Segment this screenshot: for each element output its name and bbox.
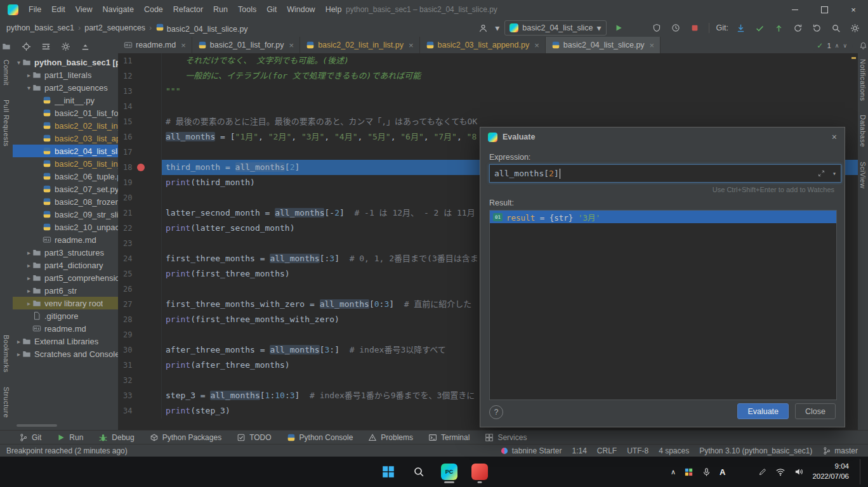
editor-tab[interactable]: basic2_01_list_for.py× (192, 37, 300, 53)
tree-chevron-right-icon[interactable]: ▸ (25, 72, 32, 79)
toolwindow-notifications-button[interactable]: Notifications (859, 59, 867, 101)
tree-chevron-right-icon[interactable]: ▸ (25, 300, 32, 307)
start-button[interactable] (376, 459, 400, 484)
status-tabnine-starter[interactable]: tabnine Starter (500, 446, 562, 455)
toolwindow-sciview-button[interactable]: SciView (859, 162, 867, 188)
evaluate-button[interactable]: Evaluate (737, 403, 789, 419)
notifications-bell-button[interactable] (859, 42, 867, 52)
tree-chevron-right-icon[interactable]: ▸ (25, 262, 32, 269)
toolwindow-problems-button[interactable]: Problems (368, 433, 413, 442)
status-4-spaces[interactable]: 4 spaces (659, 446, 689, 455)
tab-close-icon[interactable]: × (289, 41, 294, 50)
project-tree-item[interactable]: __init__.py (13, 94, 118, 107)
taskbar-search-button[interactable] (407, 459, 431, 484)
project-tree-item[interactable]: basic2_04_list_slice.py (13, 145, 118, 157)
project-tree-item[interactable]: ▸External Libraries (13, 335, 118, 347)
project-locate-button[interactable] (20, 41, 32, 52)
settings-button[interactable] (848, 21, 862, 35)
project-tree-item[interactable]: basic2_05_list_in_list.py (13, 157, 118, 170)
tab-close-icon[interactable]: × (181, 41, 186, 50)
profiler-button[interactable] (669, 21, 683, 35)
project-tree-item[interactable]: basic2_09_str_slice.py (13, 208, 118, 221)
search-button[interactable] (829, 21, 843, 35)
toolwindow-python-packages-button[interactable]: Python Packages (150, 433, 221, 442)
status-1-14[interactable]: 1:14 (572, 446, 586, 455)
volume-icon[interactable] (794, 467, 804, 477)
git-push-button[interactable] (772, 21, 786, 35)
breakpoint-icon[interactable] (137, 164, 145, 171)
tree-chevron-down-icon[interactable]: ▾ (25, 84, 32, 91)
project-tree-item[interactable]: ▸venv library root (13, 297, 118, 309)
tree-chevron-right-icon[interactable]: ▸ (15, 351, 22, 358)
toolwindow-todo-button[interactable]: TODO (237, 433, 271, 442)
next-issue-icon[interactable]: ∨ (843, 42, 847, 49)
project-tree-item[interactable]: readme.md (13, 233, 118, 246)
menu-edit[interactable]: Edit (46, 0, 70, 19)
toolwindow-debug-button[interactable]: Debug (98, 433, 134, 443)
menu-help[interactable]: Help (320, 0, 347, 19)
project-tree-item[interactable]: basic2_07_set.py (13, 183, 118, 195)
tree-chevron-right-icon[interactable]: ▸ (25, 275, 32, 282)
expression-input[interactable]: all_months[2] ▾ (489, 164, 841, 183)
tab-close-icon[interactable]: × (650, 41, 655, 50)
error-stripe-mark[interactable] (852, 57, 856, 59)
menu-window[interactable]: Window (282, 0, 320, 19)
status-crlf[interactable]: CRLF (597, 446, 617, 455)
project-tree-item[interactable]: basic2_03_list_append. (13, 132, 118, 145)
stop-button[interactable] (688, 21, 702, 35)
project-tree-item[interactable]: ▾part2_sequences (13, 81, 118, 94)
project-hide-button[interactable] (79, 41, 91, 52)
tree-chevron-down-icon[interactable]: ▾ (15, 59, 22, 66)
git-commit-button[interactable] (753, 21, 766, 35)
menu-code[interactable]: Code (139, 0, 168, 19)
project-tree-item[interactable]: basic2_08_frozen_set.p (13, 195, 118, 208)
expand-icon[interactable] (817, 169, 825, 178)
result-row[interactable]: 01 result = {str} '3月' (490, 211, 836, 223)
code-line[interactable]: 12 一般的に、イテラブル(for 文で処理できるもの)であれば可能 (118, 68, 858, 84)
code-line[interactable]: 11 それだけでなく、 文字列でも可能。(後述) (118, 53, 858, 68)
editor-tab[interactable]: basic2_03_list_append.py× (420, 37, 546, 53)
editor-tab[interactable]: readme.md× (118, 37, 192, 53)
toolwindow-pull-requests-button[interactable]: Pull Requests (3, 100, 10, 146)
menu-tools[interactable]: Tools (233, 0, 261, 19)
toolwindow-bookmarks-button[interactable]: Bookmarks (3, 335, 10, 373)
code-line[interactable]: 14 (118, 99, 858, 114)
menu-view[interactable]: View (70, 0, 98, 19)
git-rollback-button[interactable] (810, 21, 824, 35)
code-text[interactable] (162, 99, 858, 114)
menu-git[interactable]: Git (261, 0, 282, 19)
show-desktop-button[interactable] (860, 459, 863, 484)
project-tree-item[interactable]: ▾python_basic_sec1 [python_b (13, 56, 118, 68)
menu-run[interactable]: Run (208, 0, 233, 19)
menu-file[interactable]: File (23, 0, 46, 19)
status-master[interactable]: master (822, 446, 858, 455)
project-collapse-button[interactable] (40, 41, 51, 52)
menu-refactor[interactable]: Refactor (168, 0, 208, 19)
status-utf-8[interactable]: UTF-8 (627, 446, 648, 455)
project-tree-item[interactable]: ▸part3_structures (13, 246, 118, 259)
maximize-button[interactable] (810, 0, 839, 19)
horizontal-scrollbar[interactable] (16, 424, 57, 427)
play-button[interactable] (612, 21, 626, 35)
tree-chevron-right-icon[interactable]: ▸ (15, 338, 22, 345)
user-button[interactable] (476, 21, 490, 35)
project-tree-item[interactable]: ▸part1_literals (13, 68, 118, 81)
taskbar-clock[interactable]: 9:042022/07/06 (812, 462, 849, 481)
toolwindow-git-button[interactable]: Git (19, 433, 41, 442)
editor-tab[interactable]: basic2_02_list_in_list.py× (300, 37, 419, 53)
tab-close-icon[interactable]: × (534, 41, 539, 50)
project-tree-item[interactable]: ▸part5_comprehension (13, 271, 118, 284)
toolwindow-structure-button[interactable]: Structure (3, 387, 10, 418)
ime-indicator[interactable]: A (720, 467, 725, 477)
microphone-button[interactable] (702, 467, 711, 477)
breadcrumb-item[interactable]: part2_sequences (84, 23, 145, 32)
expression-history-dropdown-icon[interactable]: ▾ (828, 165, 841, 182)
project-settings-button[interactable] (60, 41, 71, 52)
git-history-button[interactable] (791, 21, 805, 35)
tray-expand-icon[interactable]: ∧ (671, 468, 676, 476)
project-tree-item[interactable]: basic2_10_unpack.py (13, 221, 118, 233)
code-text[interactable]: それだけでなく、 文字列でも可能。(後述) (162, 53, 858, 68)
close-button[interactable]: × (839, 0, 868, 19)
project-tree-item[interactable]: .gitignore (13, 309, 118, 322)
dialog-close-icon[interactable]: × (832, 132, 837, 142)
